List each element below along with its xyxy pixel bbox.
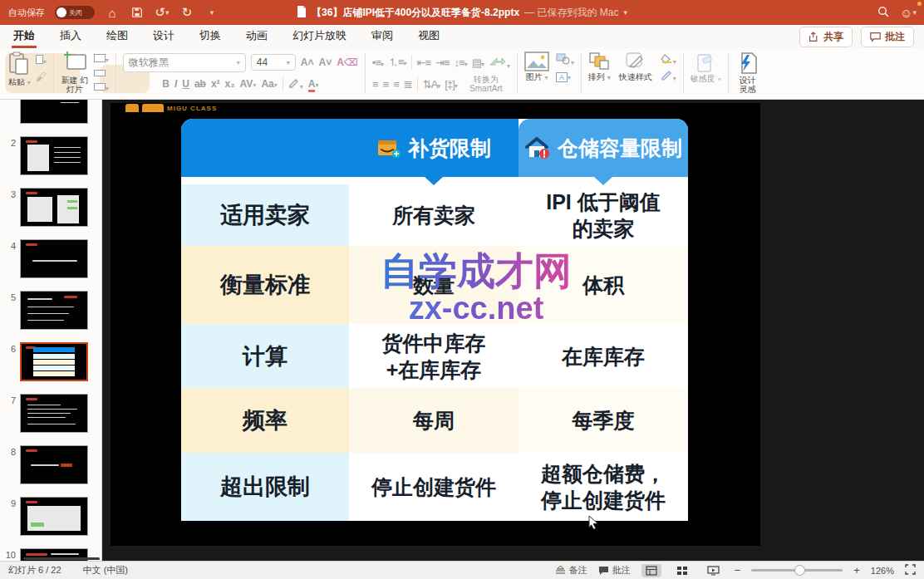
slideshow-view-button[interactable] (703, 564, 724, 577)
justify-icon[interactable]: ≣ (404, 78, 412, 91)
align-text-button[interactable]: [‡]▾ (445, 78, 456, 91)
align-center-icon[interactable]: ≡ (383, 78, 389, 91)
font-name-select[interactable]: 微软雅黑▾ (123, 53, 246, 72)
design-ideas-button[interactable]: 设计 灵感 (735, 52, 760, 94)
columns-button[interactable]: ▤▾ (472, 56, 484, 69)
smartart-icon[interactable]: ▾ (489, 55, 510, 71)
undo-button[interactable]: ↺▾ (155, 5, 170, 20)
slide-thumbnail-7[interactable] (20, 394, 88, 433)
strikethrough-button[interactable]: ab (194, 78, 206, 90)
reset-icon[interactable] (94, 67, 109, 79)
slide-sorter-view-button[interactable] (672, 564, 692, 577)
fit-to-window-button[interactable] (905, 564, 916, 577)
italic-button[interactable]: I (174, 78, 177, 90)
character-spacing-button[interactable]: AV▾ (240, 78, 257, 90)
thumbnail-row-8: 8 (0, 445, 101, 484)
clear-formatting-button[interactable]: A⌫ (337, 56, 358, 68)
shape-outline-icon[interactable]: ▾ (661, 71, 676, 83)
slide-editing-canvas[interactable]: MIGU CLASS 补货限制 (102, 100, 924, 561)
zoom-out-button[interactable]: − (735, 564, 741, 577)
shapes-icon[interactable]: ▾ (556, 53, 574, 67)
save-icon[interactable] (130, 5, 145, 20)
slide-6-canvas[interactable]: MIGU CLASS 补货限制 (111, 103, 760, 546)
storage-value: 超额仓储费， 停止创建货件 (519, 453, 688, 521)
notes-button[interactable]: 备注 (555, 564, 587, 577)
fit-window-icon (905, 564, 916, 575)
slide-thumbnail-1[interactable] (20, 100, 88, 124)
tab-draw[interactable]: 绘图 (105, 25, 130, 48)
tab-design[interactable]: 设计 (151, 25, 176, 48)
slide-thumbnail-4[interactable] (20, 239, 88, 278)
slide-thumbnail-3[interactable] (20, 188, 88, 227)
new-slide-button[interactable]: 新建 幻灯片 (61, 52, 89, 94)
slide-thumbnail-9[interactable] (20, 497, 88, 536)
change-case-button[interactable]: Aa▾ (261, 78, 277, 90)
language-indicator[interactable]: 中文 (中国) (83, 564, 128, 577)
bold-button[interactable]: B (162, 78, 170, 90)
text-direction-button[interactable]: ⇅A▾ (423, 78, 440, 91)
shrink-font-button[interactable]: A˅ (319, 56, 332, 68)
tab-slideshow[interactable]: 幻灯片放映 (291, 25, 348, 48)
paste-button[interactable]: 粘贴 ▾ (8, 52, 31, 87)
normal-view-button[interactable] (641, 564, 661, 577)
copy-icon[interactable]: ▾ (36, 55, 47, 66)
tab-view[interactable]: 视图 (416, 25, 441, 48)
tab-review[interactable]: 审阅 (370, 25, 395, 48)
zoom-level[interactable]: 126% (871, 566, 894, 576)
comparison-table[interactable]: 补货限制 仓储容量限制 (181, 119, 688, 521)
home-icon[interactable]: ⌂ (105, 5, 120, 20)
tab-animations[interactable]: 动画 (244, 25, 269, 48)
slide-thumbnail-panel: 2 3 (0, 100, 102, 561)
numbering-button[interactable]: ⒈≡▾ (388, 55, 406, 70)
account-menu-icon[interactable]: ☺▾ (901, 5, 916, 20)
increase-indent-icon[interactable]: ⇥≡ (435, 56, 449, 69)
tab-transitions[interactable]: 切换 (198, 25, 223, 48)
tab-insert[interactable]: 插入 (58, 25, 83, 48)
subscript-button[interactable]: x₂ (225, 78, 235, 90)
redo-button[interactable]: ↻ (179, 5, 194, 20)
comment-icon (598, 566, 609, 576)
bullets-button[interactable]: •≡▾ (372, 56, 383, 69)
quick-styles-button[interactable]: 快速样式 (619, 52, 652, 83)
zoom-slider-knob[interactable] (794, 565, 805, 576)
slide-thumbnail-5[interactable] (20, 291, 88, 330)
storage-value: IPI 低于阈值 的卖家 (519, 184, 688, 246)
sensitivity-icon (695, 52, 715, 73)
zoom-slider[interactable] (751, 569, 843, 572)
slide-thumbnail-8[interactable] (20, 445, 88, 484)
comments-button[interactable]: 批注 (861, 27, 914, 47)
layout-icon[interactable]: ▾ (94, 53, 109, 65)
section-icon[interactable]: ▾ (94, 81, 109, 93)
shape-fill-icon[interactable]: ▾ (661, 54, 676, 66)
text-box-icon[interactable]: A▾ (556, 71, 574, 82)
quick-styles-icon (625, 52, 646, 71)
slide-thumbnail-6-selected[interactable] (20, 342, 88, 381)
slide-thumbnail-2[interactable] (20, 136, 88, 175)
sensitivity-button[interactable]: 敏感度 ▾ (691, 52, 721, 84)
arrange-button[interactable]: 排列 ▾ (588, 52, 611, 83)
autosave-toggle[interactable]: 关闭 (55, 6, 95, 19)
comments-toggle-button[interactable]: 批注 (598, 564, 631, 577)
smartart-convert-label[interactable]: 转换为 SmartArt (462, 75, 510, 93)
decrease-indent-icon[interactable]: ⇤≡ (417, 56, 430, 69)
font-color-button[interactable]: A▾ (308, 78, 319, 90)
tab-home[interactable]: 开始 (12, 25, 37, 48)
title-chevron-icon[interactable]: ▾ (623, 8, 627, 17)
share-button[interactable]: 共享 (799, 27, 853, 47)
underline-button[interactable]: U (182, 78, 189, 90)
line-spacing-button[interactable]: ↕≡▾ (455, 56, 467, 69)
sidebar-scrollbar[interactable] (23, 557, 100, 560)
picture-button[interactable]: 图片 ▾ (524, 52, 549, 82)
search-icon[interactable] (877, 6, 889, 20)
zoom-in-button[interactable]: + (853, 564, 860, 577)
format-painter-icon[interactable]: 🖌︎ (36, 71, 47, 83)
grow-font-button[interactable]: A˄ (301, 56, 314, 68)
superscript-button[interactable]: x² (211, 78, 220, 90)
ribbon-tabbar: 开始 插入 绘图 设计 切换 动画 幻灯片放映 审阅 视图 共享 批注 (0, 25, 924, 48)
quick-access-overflow-icon[interactable]: ▾ (204, 5, 219, 20)
row-label: 衡量标准 (181, 246, 349, 324)
font-size-select[interactable]: 44▾ (251, 54, 296, 71)
highlight-color-button[interactable]: ▾ (288, 77, 303, 91)
align-right-icon[interactable]: ≡ (393, 78, 399, 91)
align-left-icon[interactable]: ≡ (372, 78, 378, 91)
